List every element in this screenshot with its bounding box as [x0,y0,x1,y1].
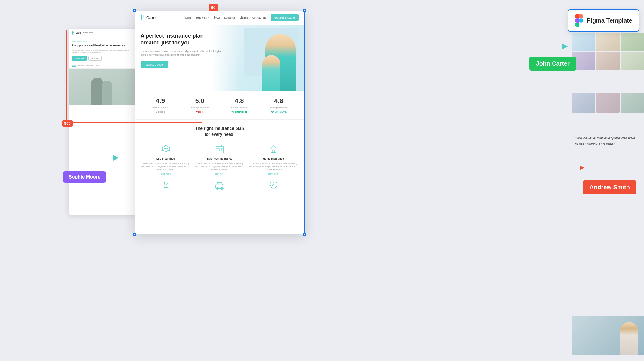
plan-life-desc: Lorem ipsum dolor sit amet, consectetur … [141,162,191,171]
left-cursor-arrow [111,153,120,164]
sophie-moore-label: Sophie Moore [69,174,101,179]
left-preview-tab-faqs[interactable]: faqs [96,65,99,67]
john-carter-badge: John Carter [529,57,576,71]
ruler-left-value: 800 [62,120,73,127]
life-insurance-icon [160,143,172,155]
plan-home-desc: Lorem ipsum dolor sit amet, consectetur … [248,162,299,171]
stat-yelp-label: Average review on [191,106,209,109]
left-preview-label: HOME INSURANCE [72,41,133,43]
nav-services[interactable]: services [196,16,210,19]
left-preview-people [69,72,136,105]
main-logo: Care [141,14,156,21]
photo-thumb-7 [572,93,595,113]
plans-title: The right insurance planfor every need. [141,126,299,137]
left-preview-cta-button[interactable]: request a quote [72,56,87,61]
quote-text: "We believe that everyone deserve to fee… [575,135,638,147]
left-preview-tabs: about benefits coverage faqs [69,63,136,69]
care-logo-svg [141,14,145,20]
main-hero-cta-button[interactable]: request a quote [141,61,168,68]
canvas: 60 800 Care home serv... HOME INSURANCE … [0,0,644,361]
nav-blog[interactable]: blog [214,16,220,19]
left-preview-logo-text: Care [76,32,81,34]
plans-grid: Life Insurance Lorem ipsum dolor sit ame… [141,143,299,175]
photo-thumb-2 [596,33,620,51]
plan-life-name: Life Insurance [141,157,191,160]
plan-life-link[interactable]: learn more [141,173,191,175]
ruler-line-vertical [66,30,67,123]
stat-trustpilot-label: Average review on [231,106,248,109]
figma-badge: Figma Template [568,9,639,32]
stat-birdeye: 4.8 Average review on 🐦 BIRDEYE [270,97,287,113]
stat-birdeye-platform: 🐦 BIRDEYE [270,110,287,113]
svg-marker-0 [113,155,119,161]
left-preview-tab-coverage[interactable]: coverage [86,65,93,67]
stat-birdeye-number: 4.8 [270,97,287,105]
left-preview-logo: Care [72,31,81,35]
right-cursor-arrow [560,42,569,52]
stat-trustpilot: 4.8 Average review on ★ Trustpilot [231,97,248,113]
left-preview-image [69,69,136,105]
plan-business: Business Insurance Lorem ipsum dolor sit… [194,143,245,175]
left-preview-secondary-button[interactable]: get in touch [88,56,102,61]
arrow-cursor-right [560,42,569,51]
plan-business-name: Business Insurance [194,157,245,160]
ruler-top-value: 60 [209,4,218,11]
plan-icon-person [160,179,172,191]
nav-claims[interactable]: claims [240,16,248,19]
left-preview-nav: Care home serv... [69,29,136,37]
right-bottom-photo [572,316,644,355]
nav-home[interactable]: home [184,16,192,19]
figma-badge-text: Figma Template [587,17,632,24]
plans-row2 [141,179,299,191]
plan-life: Life Insurance Lorem ipsum dolor sit ame… [141,143,191,175]
nav-about[interactable]: about us [224,16,235,19]
left-preview-hero: HOME INSURANCE A supportive and flexible… [69,37,136,63]
main-plans-section: The right insurance planfor every need. … [135,120,305,197]
main-hero: A perfect insurance plan created just fo… [135,25,305,91]
nav-cta-button[interactable]: request a quote [271,14,299,21]
left-preview-buttons: request a quote get in touch [72,56,133,61]
right-bottom-person [620,322,638,355]
left-preview-title: A supportive and flexible home insurance… [72,44,133,47]
plan-business-link[interactable]: learn more [194,173,245,175]
plan-home: Home Insurance Lorem ipsum dolor sit ame… [248,143,299,175]
stat-yelp-platform: yelp✳ [191,110,209,113]
quote-divider [575,151,599,151]
right-photos-grid-bottom [572,93,644,113]
plan-home-link[interactable]: learn more [248,173,299,175]
figma-logo-icon [575,14,583,27]
main-stats: 4.9 Average review on Google 5.0 Average… [135,91,305,120]
left-preview-card: Care home serv... HOME INSURANCE A suppo… [69,29,136,215]
stat-birdeye-label: Average review on [270,106,287,109]
nav-contact[interactable]: contact us [252,16,266,19]
svg-point-3 [164,182,167,185]
main-hero-description: Lorem ipsum dolor sit amet, consectetur … [141,50,222,57]
plan-icon-vehicle [214,179,226,191]
left-preview-tab-about[interactable]: about [72,65,76,67]
photo-thumb-6 [621,52,644,70]
person-figure-1 [91,78,103,105]
person-figure-2 [102,81,112,105]
main-nav: Care home services blog about us claims … [135,11,305,25]
home-insurance-icon [268,143,280,155]
stat-yelp-number: 5.0 [191,97,209,105]
main-hero-title: A perfect insurance plan created just fo… [141,32,222,47]
stat-trustpilot-number: 4.8 [231,97,248,105]
services-chevron-icon [207,17,210,18]
left-preview-logo-icon [72,31,75,35]
main-logo-icon [141,14,145,21]
right-photos-grid-top [572,33,644,70]
main-nav-links: home services blog about us claims conta… [184,14,299,21]
yelp-burst-icon: ✳ [202,111,203,113]
stat-google-platform: Google [152,110,169,113]
stat-trustpilot-platform: ★ Trustpilot [231,110,248,113]
plan-icon-health [268,179,280,191]
red-cursor-icon [579,164,585,171]
left-preview-tab-benefits[interactable]: benefits [78,65,84,67]
plan-business-desc: Lorem ipsum dolor sit amet, consectetur … [194,162,245,171]
main-hero-text: A perfect insurance plan created just fo… [135,25,228,91]
ruler-line-horizontal [69,122,202,123]
andrew-smith-label: Andrew Smith [590,184,630,191]
red-cursor [579,164,585,172]
svg-marker-7 [562,44,568,50]
